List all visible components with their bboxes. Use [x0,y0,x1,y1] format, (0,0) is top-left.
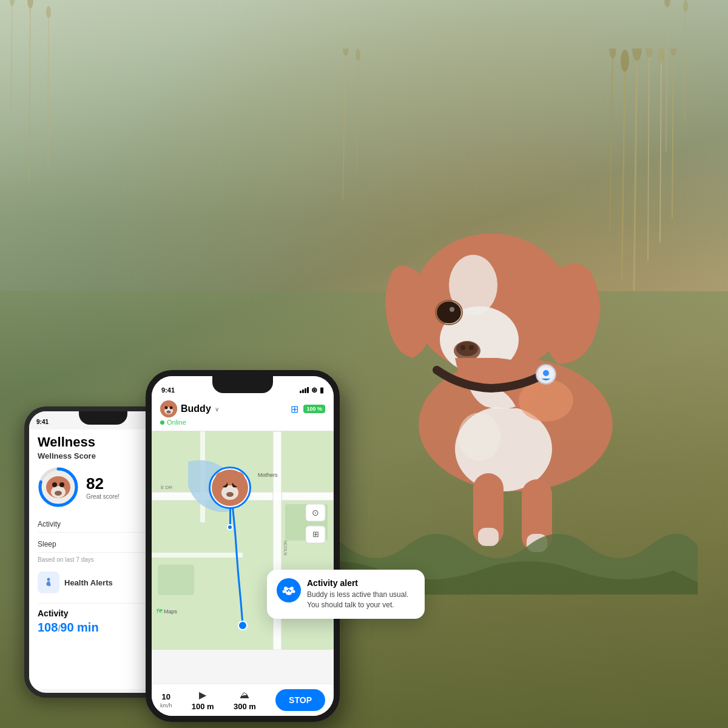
elevation-stat: ⛰ 300 m [234,690,256,711]
svg-line-0 [634,49,637,291]
svg-point-92 [284,587,288,590]
pin-base [227,524,233,530]
svg-point-76 [238,621,247,630]
svg-point-38 [543,370,549,376]
map-wifi-icon: ⊛ [311,386,317,394]
map-time: 9:41 [161,386,175,394]
svg-point-15 [356,49,360,61]
map-status-icons: ⊛ ▮ [300,386,324,394]
maps-logo-icon: 🗺 [157,608,163,615]
svg-point-64 [165,406,168,410]
svg-point-29 [458,413,500,461]
map-signal-icon [300,387,309,393]
svg-point-95 [292,590,295,593]
mountain-icon: ⛰ [240,690,249,701]
svg-rect-75 [158,565,194,595]
direction-icon: ▶ [199,689,206,701]
chevron-down-icon: ∨ [215,406,219,413]
pet-header-row: Buddy ∨ ⊞ 100 % [160,400,325,417]
pin-tail [229,509,231,524]
score-desc: Great score! [86,493,120,500]
battery-indicator: 100 % [303,405,325,413]
alert-title: Activity alert [307,578,408,588]
svg-text:E DR: E DR [161,485,172,490]
svg-point-26 [450,307,454,312]
svg-point-11 [670,49,676,56]
svg-point-88 [226,492,234,497]
wellness-score-circle [38,467,79,508]
svg-point-23 [460,345,465,350]
speed-unit: km/h [160,703,172,709]
svg-point-22 [456,342,478,356]
elevation-value: 300 m [234,702,256,711]
health-alerts-label: Health Alerts [64,578,113,587]
pet-name-row: Buddy ∨ [160,400,219,417]
paw-icon [277,578,301,602]
svg-line-5 [672,49,673,218]
svg-point-58 [47,578,50,581]
svg-point-24 [469,345,474,350]
svg-text:⊞: ⊞ [312,530,319,539]
svg-point-98 [288,589,290,591]
svg-point-9 [658,49,664,63]
svg-point-97 [289,590,291,592]
svg-point-14 [343,49,349,56]
alert-content: Activity alert Buddy is less active than… [307,578,408,610]
pin-circle [209,467,251,509]
battery-row: ⊞ 100 % [291,403,325,415]
map-battery-icon: ▮ [320,386,324,394]
svg-point-6 [632,49,642,61]
stop-button[interactable]: STOP [275,689,325,711]
alert-body: Buddy is less active than usual.You shou… [307,590,408,610]
svg-point-54 [52,482,57,487]
svg-point-65 [170,406,173,410]
svg-rect-72 [152,553,243,558]
map-pet-pin [209,467,251,530]
svg-line-3 [660,55,661,243]
wellness-score-info: 82 Great score! [86,474,120,500]
pet-avatar [160,400,177,417]
speed-value: 10 [162,692,170,701]
svg-point-66 [167,411,171,414]
expand-icon[interactable]: ⊞ [291,403,298,415]
svg-point-55 [59,482,64,487]
svg-point-56 [55,491,62,496]
online-status-dot [160,420,164,425]
map-phone: 9:41 ⊛ ▮ [146,370,340,722]
pet-name: Buddy [181,403,211,414]
speed-stat: 10 km/h [160,692,172,709]
dog-illustration [285,49,698,595]
activity-alert-popup: Activity alert Buddy is less active than… [267,570,425,619]
svg-point-25 [437,302,461,323]
map-phone-notch [212,376,273,393]
svg-line-4 [610,49,613,231]
svg-line-1 [648,49,649,261]
direction-value: 100 m [192,702,214,711]
svg-text:Mothers: Mothers [258,472,278,478]
map-bottom-bar: 10 km/h ▶ 100 m ⛰ 300 m STOP [152,684,334,716]
map-phone-header: Buddy ∨ ⊞ 100 % Online [152,398,334,431]
svg-point-96 [286,590,288,592]
svg-line-13 [357,55,358,170]
svg-line-12 [343,49,346,200]
wellness-phone-notch [79,411,127,425]
svg-point-7 [645,49,653,58]
maps-logo: 🗺 Maps [157,608,177,615]
svg-point-93 [290,587,294,590]
direction-stat: ▶ 100 m [192,689,214,711]
wellness-time: 9:41 [36,419,49,425]
health-alerts-icon [38,571,59,593]
svg-text:NCOLN: NCOLN [283,541,288,556]
svg-point-94 [283,590,286,593]
svg-rect-32 [478,528,499,546]
svg-point-10 [609,49,616,58]
svg-text:⊙: ⊙ [312,508,319,517]
online-status-text: Online [167,419,186,426]
score-number: 82 [86,474,120,493]
svg-point-8 [621,50,629,72]
online-row: Online [160,419,325,426]
svg-line-2 [622,61,625,279]
